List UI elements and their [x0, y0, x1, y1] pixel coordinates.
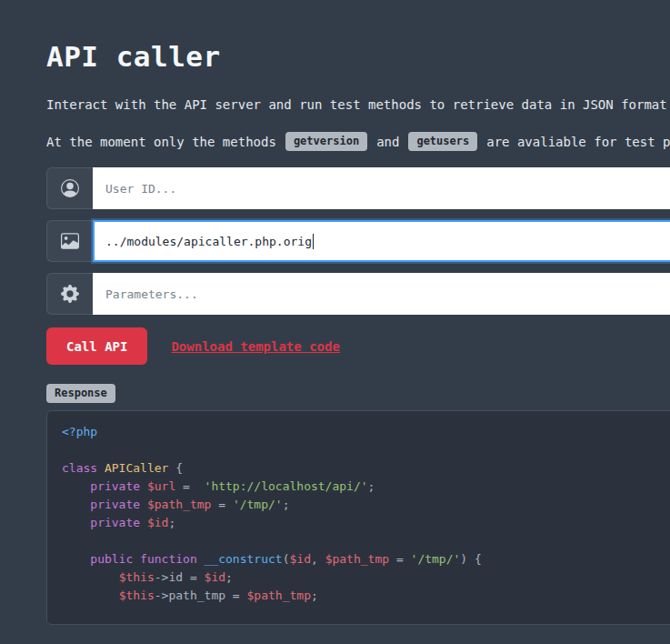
- download-template-link[interactable]: Download template code: [171, 339, 339, 354]
- parameters-group: [46, 273, 670, 315]
- method-badge-getversion: getversion: [285, 132, 367, 151]
- file-path-value: ../modules/apicaller.php.orig: [105, 235, 312, 248]
- page-subtitle: Interact with the API server and run tes…: [46, 97, 670, 112]
- methods-prefix: At the moment only the methods: [46, 135, 276, 149]
- method-badge-getusers: getusers: [408, 132, 477, 151]
- parameters-input[interactable]: [93, 273, 670, 315]
- page-title: API caller: [46, 40, 670, 74]
- code-block: <?php class APICaller { private $url = '…: [46, 410, 670, 625]
- text-caret: [313, 234, 314, 249]
- response-badge: Response: [46, 384, 115, 403]
- response-row: Response: [46, 383, 670, 403]
- call-api-button[interactable]: Call API: [46, 327, 147, 365]
- main-content: API caller Interact with the API server …: [0, 0, 670, 625]
- api-form: ../modules/apicaller.php.orig: [46, 167, 670, 315]
- file-path-group: ../modules/apicaller.php.orig: [46, 220, 670, 262]
- user-id-group: [46, 167, 670, 209]
- image-icon: [46, 220, 93, 262]
- file-path-input[interactable]: ../modules/apicaller.php.orig: [93, 220, 670, 262]
- methods-conjunction: and: [376, 135, 399, 149]
- actions-row: Call API Download template code: [46, 327, 670, 365]
- person-icon: [46, 167, 93, 209]
- methods-line: At the moment only the methods getversio…: [46, 132, 670, 151]
- gear-icon: [46, 273, 93, 315]
- methods-suffix: are avaliable for test purposes: [486, 135, 670, 149]
- user-id-input[interactable]: [93, 167, 670, 209]
- php-code: <?php class APICaller { private $url = '…: [62, 423, 670, 605]
